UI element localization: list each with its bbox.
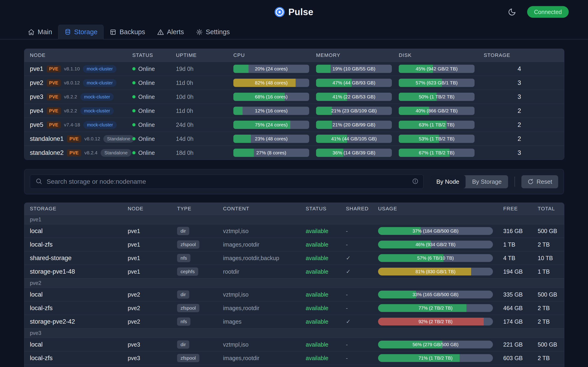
status-available: available (306, 291, 346, 298)
storage-row[interactable]: storage-pve1-48pve1cephfsrootdiravailabl… (24, 265, 564, 278)
cpu-bar: 23% (48 cores) (233, 135, 309, 143)
cpu-bar: 27% (8 cores) (233, 149, 309, 157)
total-value: 2 TB (538, 241, 564, 248)
node-row[interactable]: pve5PVEv7.4-18mock-clusterOnline24d 0h75… (24, 118, 564, 132)
storage-name: shared-storage (24, 255, 128, 262)
shared-flag: - (346, 228, 378, 234)
info-icon[interactable] (412, 178, 418, 185)
storage-name: local-zfs (24, 355, 128, 362)
pve-badge: PVE (47, 93, 61, 100)
usage-bar: 56% (279 GB/500 GB) (378, 341, 493, 348)
cpu-bar: 12% (16 cores) (233, 107, 309, 115)
uptime-value: 11d 0h (176, 108, 233, 114)
view-toggle: By Node By Storage (430, 175, 508, 188)
storage-name: storage-pve2-42 (24, 318, 128, 325)
storage-name: local (24, 227, 128, 235)
app-title: Pulse (288, 7, 313, 17)
memory-bar: 21% (23 GB/109 GB) (316, 107, 392, 115)
cluster-badge: Standalone (103, 135, 134, 143)
shared-flag: - (346, 241, 378, 248)
version-label: v7.4-18 (64, 122, 80, 127)
shared-flag: ✓ (346, 318, 378, 325)
storage-row[interactable]: local-zfspve2zfspoolimages,rootdiravaila… (24, 301, 564, 315)
free-value: 1 TB (503, 241, 538, 248)
tab-storage[interactable]: Storage (58, 25, 104, 40)
reset-button[interactable]: Reset (521, 175, 558, 188)
usage-bar: 57% (6 TB/10 TB) (378, 254, 493, 262)
storage-row[interactable]: local-zfspve3zfspoolimages,rootdiravaila… (24, 351, 564, 365)
status-label: Online (138, 66, 155, 72)
total-value: 500 GB (538, 228, 564, 234)
tab-main-label: Main (38, 28, 52, 36)
total-value: 1 TB (538, 268, 564, 275)
version-label: v8.0.12 (64, 80, 80, 85)
col-node: NODE (24, 52, 132, 58)
content-value: images,rootdir,backup (223, 255, 306, 261)
by-node-toggle[interactable]: By Node (430, 175, 466, 188)
col-status: STATUS (306, 206, 346, 212)
version-label: v8.2.2 (64, 108, 77, 114)
status-available: available (306, 241, 346, 248)
tab-alerts[interactable]: Alerts (151, 25, 190, 39)
usage-bar: 77% (2 TB/2 TB) (378, 304, 493, 312)
free-value: 221 GB (503, 341, 538, 348)
disk-bar: 63% (1 TB/2 TB) (399, 121, 475, 129)
storage-name: storage-pve1-48 (24, 268, 128, 275)
storage-row[interactable]: storage-pve2-42pve2nfsimagesavailable✓92… (24, 315, 564, 328)
storage-row[interactable]: shared-storagepve1nfsimages,rootdir,back… (24, 251, 564, 265)
node-row[interactable]: pve3PVEv8.2.2mock-clusterOnline10d 0h68%… (24, 90, 564, 104)
status-available: available (306, 228, 346, 234)
by-storage-toggle[interactable]: By Storage (466, 175, 508, 188)
storage-node: pve3 (128, 355, 177, 361)
search-input[interactable] (30, 175, 424, 189)
col-storage-name: STORAGE (24, 206, 128, 212)
storage-row[interactable]: storage-pve3-39pve3nfsbackupavailable✓35… (24, 365, 564, 367)
tab-settings[interactable]: Settings (190, 25, 236, 39)
disk-bar: 45% (942 GB/2 TB) (399, 65, 475, 73)
uptime-value: 11d 0h (176, 80, 233, 86)
cpu-bar: 82% (48 cores) (233, 79, 309, 87)
storage-row[interactable]: localpve3dirvztmpl,isoavailable-56% (279… (24, 338, 564, 351)
uptime-value: 10d 0h (176, 94, 233, 100)
status-label: Online (138, 80, 155, 86)
status-available: available (306, 305, 346, 311)
pve-badge: PVE (47, 107, 61, 115)
col-content: CONTENT (223, 206, 306, 212)
content-value: rootdir (223, 268, 306, 275)
status-label: Online (138, 94, 155, 100)
version-label: v8.1.10 (64, 66, 80, 72)
cluster-badge: Standalone (101, 149, 131, 157)
col-usage: USAGE (378, 206, 503, 212)
memory-bar: 36% (14 GB/39 GB) (316, 149, 392, 157)
storage-row[interactable]: localpve2dirvztmpl,isoavailable-33% (165… (24, 288, 564, 301)
storage-count: 3 (484, 79, 564, 86)
node-name: standalone1 (30, 135, 64, 142)
total-value: 10 TB (538, 255, 564, 261)
storage-row[interactable]: local-zfspve1zfspoolimages,rootdiravaila… (24, 238, 564, 251)
pve-badge: PVE (67, 149, 81, 156)
home-icon (28, 29, 35, 35)
cluster-badge: mock-cluster (80, 93, 114, 101)
type-badge: dir (177, 227, 189, 235)
dark-mode-toggle-moon-icon[interactable] (508, 8, 516, 16)
usage-bar: 92% (2 TB/2 TB) (378, 318, 493, 325)
version-label: v8.0.12 (84, 136, 100, 142)
free-value: 316 GB (503, 228, 538, 234)
free-value: 174 GB (503, 318, 538, 325)
node-row[interactable]: pve4PVEv8.2.2mock-clusterOnline11d 0h12%… (24, 104, 564, 118)
tab-backups[interactable]: Backups (104, 25, 151, 39)
node-row[interactable]: pve2PVEv8.0.12mock-clusterOnline11d 0h82… (24, 76, 564, 90)
main-nav: Main Storage Backups Alerts Settings (0, 24, 588, 40)
node-row[interactable]: pve1PVEv8.1.10mock-clusterOnline19d 0h20… (24, 62, 564, 76)
storage-row[interactable]: localpve1dirvztmpl,isoavailable-37% (184… (24, 224, 564, 238)
app-brand: Pulse (275, 7, 313, 17)
status-label: Online (138, 135, 155, 142)
col-free: FREE (503, 206, 538, 212)
node-row[interactable]: standalone1PVEv8.0.12StandaloneOnline14d… (24, 132, 564, 146)
pulse-logo-icon (275, 7, 285, 17)
tab-main[interactable]: Main (22, 25, 58, 39)
node-row[interactable]: standalone2PVEv8.2.4StandaloneOnline18d … (24, 146, 564, 160)
content-value: images,rootdir (223, 305, 306, 311)
node-name: pve1 (30, 65, 43, 73)
cpu-bar: 20% (24 cores) (233, 65, 309, 73)
